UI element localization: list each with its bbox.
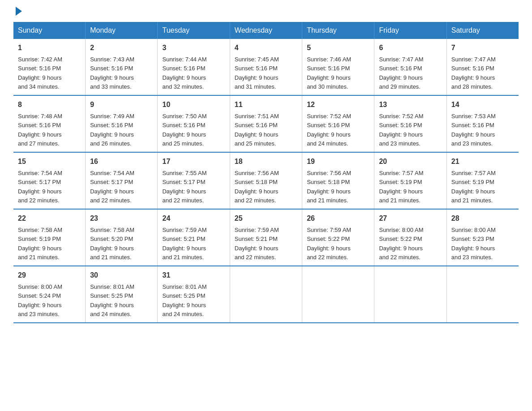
day-number: 17 [162,156,225,167]
day-info: Sunrise: 8:01 AMSunset: 5:25 PMDaylight:… [162,283,206,317]
day-info: Sunrise: 8:00 AMSunset: 5:22 PMDaylight:… [379,227,423,261]
day-info: Sunrise: 7:49 AMSunset: 5:16 PMDaylight:… [90,113,134,147]
day-info: Sunrise: 7:56 AMSunset: 5:18 PMDaylight:… [307,170,351,204]
day-cell: 15 Sunrise: 7:54 AMSunset: 5:17 PMDaylig… [13,152,86,209]
day-number: 9 [90,99,153,110]
day-cell: 14 Sunrise: 7:53 AMSunset: 5:16 PMDaylig… [446,95,519,152]
day-info: Sunrise: 7:55 AMSunset: 5:17 PMDaylight:… [162,170,206,204]
day-number: 15 [18,156,81,167]
day-cell: 7 Sunrise: 7:47 AMSunset: 5:16 PMDayligh… [446,39,519,95]
day-number: 16 [90,156,153,167]
day-number: 7 [451,43,514,53]
header-cell-wednesday: Wednesday [230,22,302,39]
day-info: Sunrise: 7:58 AMSunset: 5:19 PMDaylight:… [18,227,62,261]
day-cell: 29 Sunrise: 8:00 AMSunset: 5:24 PMDaylig… [13,266,86,323]
day-info: Sunrise: 7:53 AMSunset: 5:16 PMDaylight:… [451,113,496,147]
day-info: Sunrise: 7:59 AMSunset: 5:21 PMDaylight:… [162,227,206,261]
day-number: 10 [162,99,225,110]
day-cell: 22 Sunrise: 7:58 AMSunset: 5:19 PMDaylig… [13,209,86,266]
day-cell: 19 Sunrise: 7:56 AMSunset: 5:18 PMDaylig… [302,152,374,209]
day-info: Sunrise: 7:54 AMSunset: 5:17 PMDaylight:… [18,170,62,204]
header-cell-monday: Monday [86,22,158,39]
day-number: 28 [451,213,514,224]
day-cell: 25 Sunrise: 7:59 AMSunset: 5:21 PMDaylig… [230,209,302,266]
day-cell: 3 Sunrise: 7:44 AMSunset: 5:16 PMDayligh… [158,39,230,95]
day-info: Sunrise: 7:45 AMSunset: 5:16 PMDaylight:… [235,56,279,90]
day-info: Sunrise: 8:01 AMSunset: 5:25 PMDaylight:… [90,283,134,317]
day-cell: 2 Sunrise: 7:43 AMSunset: 5:16 PMDayligh… [86,39,158,95]
week-row-1: 1 Sunrise: 7:42 AMSunset: 5:16 PMDayligh… [13,39,519,95]
day-cell: 21 Sunrise: 7:57 AMSunset: 5:19 PMDaylig… [446,152,519,209]
day-cell: 16 Sunrise: 7:54 AMSunset: 5:17 PMDaylig… [86,152,158,209]
day-cell: 26 Sunrise: 7:59 AMSunset: 5:22 PMDaylig… [302,209,374,266]
day-number: 21 [451,156,514,167]
day-cell: 28 Sunrise: 8:00 AMSunset: 5:23 PMDaylig… [446,209,519,266]
day-cell: 10 Sunrise: 7:50 AMSunset: 5:16 PMDaylig… [158,95,230,152]
day-cell [374,266,446,323]
day-number: 25 [235,213,297,224]
day-cell: 11 Sunrise: 7:51 AMSunset: 5:16 PMDaylig… [230,95,302,152]
day-cell: 13 Sunrise: 7:52 AMSunset: 5:16 PMDaylig… [374,95,446,152]
week-row-3: 15 Sunrise: 7:54 AMSunset: 5:17 PMDaylig… [13,152,519,209]
day-info: Sunrise: 7:57 AMSunset: 5:19 PMDaylight:… [379,170,423,204]
day-info: Sunrise: 7:47 AMSunset: 5:16 PMDaylight:… [379,56,423,90]
day-number: 26 [307,213,369,224]
day-info: Sunrise: 7:43 AMSunset: 5:16 PMDaylight:… [90,56,134,90]
day-number: 30 [90,270,153,281]
day-cell: 18 Sunrise: 7:56 AMSunset: 5:18 PMDaylig… [230,152,302,209]
day-info: Sunrise: 8:00 AMSunset: 5:24 PMDaylight:… [18,283,62,317]
day-cell: 4 Sunrise: 7:45 AMSunset: 5:16 PMDayligh… [230,39,302,95]
day-info: Sunrise: 7:59 AMSunset: 5:21 PMDaylight:… [235,227,279,261]
day-number: 3 [162,43,225,53]
day-number: 19 [307,156,369,167]
calendar-table: SundayMondayTuesdayWednesdayThursdayFrid… [13,22,519,323]
day-info: Sunrise: 7:52 AMSunset: 5:16 PMDaylight:… [307,113,351,147]
day-cell: 17 Sunrise: 7:55 AMSunset: 5:17 PMDaylig… [158,152,230,209]
calendar-body: 1 Sunrise: 7:42 AMSunset: 5:16 PMDayligh… [13,39,519,323]
week-row-2: 8 Sunrise: 7:48 AMSunset: 5:16 PMDayligh… [13,95,519,152]
day-info: Sunrise: 8:00 AMSunset: 5:23 PMDaylight:… [451,227,496,261]
day-number: 6 [379,43,442,53]
logo [13,9,22,13]
day-cell: 6 Sunrise: 7:47 AMSunset: 5:16 PMDayligh… [374,39,446,95]
day-info: Sunrise: 7:48 AMSunset: 5:16 PMDaylight:… [18,113,62,147]
day-number: 13 [379,99,442,110]
day-cell: 27 Sunrise: 8:00 AMSunset: 5:22 PMDaylig… [374,209,446,266]
day-number: 11 [235,99,297,110]
day-info: Sunrise: 7:58 AMSunset: 5:20 PMDaylight:… [90,227,134,261]
day-cell: 31 Sunrise: 8:01 AMSunset: 5:25 PMDaylig… [158,266,230,323]
calendar-header: SundayMondayTuesdayWednesdayThursdayFrid… [13,22,519,39]
day-info: Sunrise: 7:50 AMSunset: 5:16 PMDaylight:… [162,113,206,147]
day-info: Sunrise: 7:51 AMSunset: 5:16 PMDaylight:… [235,113,279,147]
day-number: 12 [307,99,369,110]
day-cell: 1 Sunrise: 7:42 AMSunset: 5:16 PMDayligh… [13,39,86,95]
header-row: SundayMondayTuesdayWednesdayThursdayFrid… [13,22,519,39]
day-cell: 12 Sunrise: 7:52 AMSunset: 5:16 PMDaylig… [302,95,374,152]
day-cell [446,266,519,323]
day-cell [302,266,374,323]
day-number: 1 [18,43,81,53]
logo-arrow-icon [16,7,22,16]
header-cell-tuesday: Tuesday [158,22,230,39]
day-info: Sunrise: 7:57 AMSunset: 5:19 PMDaylight:… [451,170,496,204]
week-row-4: 22 Sunrise: 7:58 AMSunset: 5:19 PMDaylig… [13,209,519,266]
day-cell: 23 Sunrise: 7:58 AMSunset: 5:20 PMDaylig… [86,209,158,266]
week-row-5: 29 Sunrise: 8:00 AMSunset: 5:24 PMDaylig… [13,266,519,323]
day-number: 5 [307,43,369,53]
day-info: Sunrise: 7:42 AMSunset: 5:16 PMDaylight:… [18,56,62,90]
day-number: 22 [18,213,81,224]
header-cell-thursday: Thursday [302,22,374,39]
day-info: Sunrise: 7:52 AMSunset: 5:16 PMDaylight:… [379,113,423,147]
header-cell-friday: Friday [374,22,446,39]
day-info: Sunrise: 7:46 AMSunset: 5:16 PMDaylight:… [307,56,351,90]
day-number: 29 [18,270,81,281]
day-number: 24 [162,213,225,224]
header-cell-sunday: Sunday [13,22,86,39]
page-header [13,9,519,13]
day-number: 14 [451,99,514,110]
day-number: 2 [90,43,153,53]
day-cell: 8 Sunrise: 7:48 AMSunset: 5:16 PMDayligh… [13,95,86,152]
day-number: 31 [162,270,225,281]
day-cell: 24 Sunrise: 7:59 AMSunset: 5:21 PMDaylig… [158,209,230,266]
day-cell: 20 Sunrise: 7:57 AMSunset: 5:19 PMDaylig… [374,152,446,209]
